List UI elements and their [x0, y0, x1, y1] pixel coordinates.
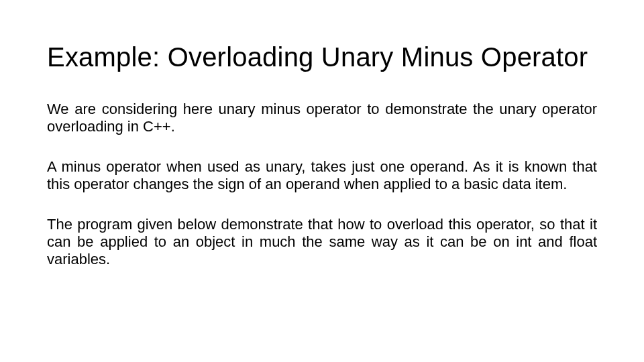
slide: Example: Overloading Unary Minus Operato… — [0, 0, 644, 362]
paragraph-1: We are considering here unary minus oper… — [47, 101, 597, 135]
paragraph-3: The program given below demonstrate that… — [47, 216, 597, 268]
paragraph-2: A minus operator when used as unary, tak… — [47, 158, 597, 193]
slide-title: Example: Overloading Unary Minus Operato… — [47, 42, 597, 72]
